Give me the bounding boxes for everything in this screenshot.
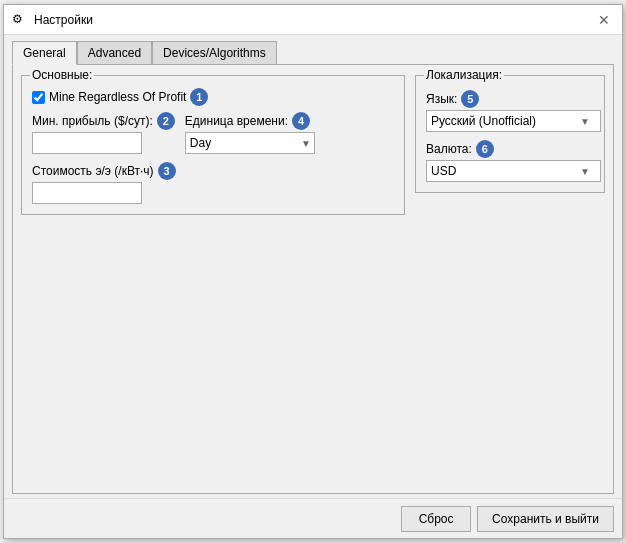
min-profit-label-row: Мин. прибыль ($/сут): 2 (32, 112, 175, 130)
mine-profit-label: Mine Regardless Of Profit (49, 90, 186, 104)
lang-select-wrapper: Русский (Unofficial) English ▼ (426, 110, 594, 132)
currency-select-wrapper: USD EUR BTC ▼ (426, 160, 594, 182)
min-profit-input[interactable]: 0.00 (32, 132, 142, 154)
lang-label-row: Язык: 5 (426, 90, 594, 108)
currency-label-row: Валюта: 6 (426, 140, 594, 158)
currency-select[interactable]: USD EUR BTC (426, 160, 601, 182)
app-icon: ⚙ (12, 12, 28, 28)
right-panel: Локализация: Язык: 5 Русский (Unofficial… (415, 71, 605, 485)
title-bar-left: ⚙ Настройки (12, 12, 93, 28)
lang-group: Язык: 5 Русский (Unofficial) English ▼ (426, 90, 594, 132)
window-title: Настройки (34, 13, 93, 27)
time-unit-label-row: Единица времени: 4 (185, 112, 315, 130)
settings-window: ⚙ Настройки ✕ General Advanced Devices/A… (3, 4, 623, 539)
main-group-box: Основные: Mine Regardless Of Profit 1 Ми… (21, 75, 405, 215)
reset-button[interactable]: Сброс (401, 506, 471, 532)
badge-4: 4 (292, 112, 310, 130)
locale-group-title: Локализация: (424, 68, 504, 82)
profit-time-row: Мин. прибыль ($/сут): 2 0.00 Единица вре… (32, 112, 394, 154)
content-area: Основные: Mine Regardless Of Profit 1 Ми… (12, 64, 614, 494)
tab-general[interactable]: General (12, 41, 77, 65)
tab-devices[interactable]: Devices/Algorithms (152, 41, 277, 65)
lang-select[interactable]: Русский (Unofficial) English (426, 110, 601, 132)
badge-6: 6 (476, 140, 494, 158)
tab-advanced[interactable]: Advanced (77, 41, 152, 65)
time-unit-select[interactable]: Day Hour Week (185, 132, 315, 154)
time-unit-group: Единица времени: 4 Day Hour Week ▼ (185, 112, 315, 154)
left-panel: Основные: Mine Regardless Of Profit 1 Ми… (21, 71, 405, 485)
badge-3: 3 (158, 162, 176, 180)
badge-5: 5 (461, 90, 479, 108)
cost-label-row: Стоимость э/э (/кВт·ч) 3 (32, 162, 394, 180)
badge-2: 2 (157, 112, 175, 130)
time-unit-select-wrapper: Day Hour Week ▼ (185, 132, 315, 154)
cost-group: Стоимость э/э (/кВт·ч) 3 0.0000 (32, 162, 394, 204)
footer: Сброс Сохранить и выйти (4, 498, 622, 538)
locale-group-box: Локализация: Язык: 5 Русский (Unofficial… (415, 75, 605, 193)
save-button[interactable]: Сохранить и выйти (477, 506, 614, 532)
min-profit-group: Мин. прибыль ($/сут): 2 0.00 (32, 112, 175, 154)
title-bar: ⚙ Настройки ✕ (4, 5, 622, 35)
badge-1: 1 (190, 88, 208, 106)
cost-input[interactable]: 0.0000 (32, 182, 142, 204)
mine-profit-row: Mine Regardless Of Profit 1 (32, 88, 394, 106)
tabs-bar: General Advanced Devices/Algorithms (4, 35, 622, 65)
currency-group: Валюта: 6 USD EUR BTC ▼ (426, 140, 594, 182)
mine-profit-checkbox[interactable] (32, 91, 45, 104)
close-button[interactable]: ✕ (594, 10, 614, 30)
main-group-title: Основные: (30, 68, 94, 82)
main-panels: Основные: Mine Regardless Of Profit 1 Ми… (21, 71, 605, 485)
